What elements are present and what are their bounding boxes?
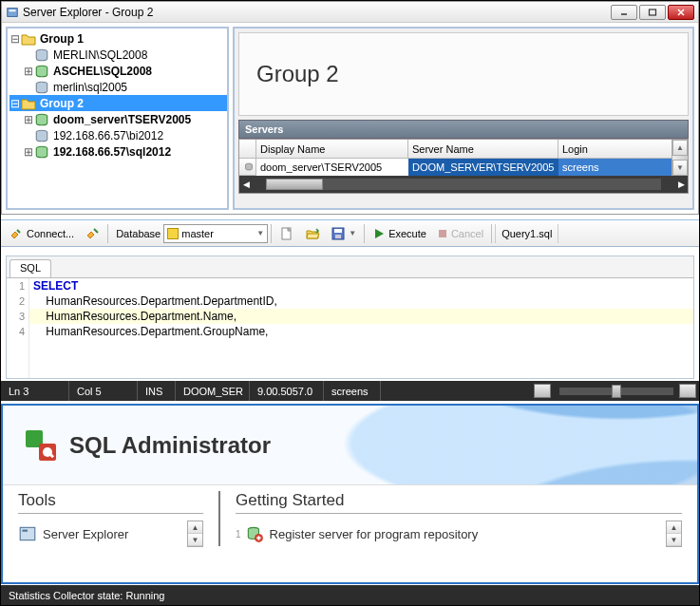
status-version: 9.00.5057.0 xyxy=(250,381,324,401)
register-server-icon xyxy=(245,524,264,543)
stop-icon xyxy=(437,228,448,239)
zoom-out-button[interactable] xyxy=(534,384,551,398)
editor-statusbar: Ln 3 Col 5 INS DOOM_SER 9.00.5057.0 scre… xyxy=(1,381,699,401)
app-icon xyxy=(6,6,19,19)
step-number: 1 xyxy=(236,529,241,540)
sql-tab[interactable]: SQL xyxy=(9,259,51,277)
cell-login: screens xyxy=(558,159,688,176)
spin-down-icon[interactable]: ▼ xyxy=(667,534,681,546)
group-heading: Group 2 xyxy=(256,61,339,87)
collapse-icon[interactable]: ⊟ xyxy=(9,97,21,110)
cancel-button[interactable]: Cancel xyxy=(432,223,488,244)
servers-section-header[interactable]: Servers xyxy=(238,120,689,139)
slider-thumb[interactable] xyxy=(612,385,621,398)
tree-node-merlin-2008[interactable]: MERLIN\SQL2008 xyxy=(9,47,227,63)
welcome-banner: SQL Administrator xyxy=(3,406,697,485)
svg-rect-17 xyxy=(335,235,341,238)
folder-icon xyxy=(21,32,36,46)
expand-icon[interactable]: ⊞ xyxy=(23,65,34,78)
column-server-name[interactable]: Server Name xyxy=(408,140,558,159)
horizontal-scrollbar[interactable]: ◀ ▶ xyxy=(239,176,688,193)
status-line: Ln 3 xyxy=(1,381,69,401)
cell-display-name: doom_server\TSERV2005 xyxy=(256,159,408,176)
close-button[interactable] xyxy=(668,5,694,20)
server-explorer-window: Server Explorer - Group 2 ⊟ Group 1 MERL… xyxy=(1,1,699,215)
new-button[interactable] xyxy=(274,223,299,244)
server-icon xyxy=(34,129,49,142)
tree-group-2[interactable]: ⊟ Group 2 xyxy=(9,95,227,111)
spin-up-icon[interactable]: ▲ xyxy=(667,521,681,534)
spin-up-icon[interactable]: ▲ xyxy=(188,521,202,534)
server-icon xyxy=(34,65,49,78)
row-header-column xyxy=(239,140,256,159)
window-titlebar[interactable]: Server Explorer - Group 2 xyxy=(2,2,698,23)
maximize-button[interactable] xyxy=(639,5,666,20)
tree-group-1[interactable]: ⊟ Group 1 xyxy=(9,30,227,47)
server-explorer-icon xyxy=(18,524,37,543)
zoom-in-button[interactable] xyxy=(679,384,696,398)
tools-heading: Tools xyxy=(18,491,203,514)
tree-node-doom-server[interactable]: ⊞ doom_server\TSERV2005 xyxy=(9,111,227,127)
tree-node-bi2012[interactable]: 192.168.66.57\bi2012 xyxy=(9,127,227,143)
svg-rect-1 xyxy=(9,9,16,11)
column-display-name[interactable]: Display Name xyxy=(256,140,408,159)
scroll-thumb[interactable] xyxy=(266,179,323,190)
spin-down-icon[interactable]: ▼ xyxy=(188,534,202,546)
gs-spinner[interactable]: ▲▼ xyxy=(666,521,682,547)
status-insert-mode: INS xyxy=(138,381,176,401)
svg-line-13 xyxy=(94,229,98,233)
tree-node-merlin-2005[interactable]: merlin\sql2005 xyxy=(9,79,227,95)
save-button[interactable]: ▼ xyxy=(326,223,361,244)
tools-spinner[interactable]: ▲▼ xyxy=(187,521,203,547)
svg-rect-18 xyxy=(439,230,446,237)
status-user: screens xyxy=(324,381,381,401)
status-server: DOOM_SER xyxy=(176,381,250,401)
minimize-button[interactable] xyxy=(611,5,637,20)
plug-icon xyxy=(9,226,24,241)
column-login[interactable]: Login xyxy=(558,140,688,159)
server-icon xyxy=(34,81,49,94)
tree-node-aschel-2008[interactable]: ⊞ ASCHEL\SQL2008 xyxy=(9,63,227,79)
getting-started-item-register[interactable]: 1 Register server for program repository… xyxy=(236,521,682,546)
collapse-icon[interactable]: ⊟ xyxy=(9,32,21,46)
cell-server-name: DOOM_SERVER\TSERV2005 xyxy=(408,159,558,176)
scroll-down-icon[interactable]: ▼ xyxy=(672,160,688,176)
save-icon xyxy=(331,226,346,241)
scroll-right-icon[interactable]: ▶ xyxy=(674,178,688,191)
execute-button[interactable]: Execute xyxy=(368,223,431,244)
code-area[interactable]: SELECT HumanResources.Department.Departm… xyxy=(29,278,693,378)
tree-pane[interactable]: ⊟ Group 1 MERLIN\SQL2008 ⊞ ASCHEL\SQL200… xyxy=(6,27,229,210)
main-toolbar: Connect... Database master ▼ ▼ Execute C… xyxy=(1,219,699,247)
zoom-slider[interactable] xyxy=(559,388,673,395)
row-indicator xyxy=(239,159,256,176)
chevron-down-icon: ▼ xyxy=(349,229,356,237)
tools-section: Tools Server Explorer ▲▼ xyxy=(18,491,203,546)
folder-icon xyxy=(21,97,36,110)
status-text: Statistics Collector state: Running xyxy=(9,590,164,601)
server-icon xyxy=(34,113,49,126)
expand-icon[interactable]: ⊞ xyxy=(23,145,34,159)
scroll-up-icon[interactable]: ▲ xyxy=(672,140,688,156)
connect-button[interactable]: Connect... xyxy=(4,223,79,244)
disconnect-button[interactable] xyxy=(80,223,104,244)
line-gutter: 1 2 3 4 xyxy=(7,278,29,378)
getting-started-heading: Getting Started xyxy=(236,491,682,514)
scroll-left-icon[interactable]: ◀ xyxy=(239,178,253,191)
query-tab[interactable]: Query1.sql xyxy=(495,224,558,243)
product-logo-icon xyxy=(22,426,60,464)
vertical-scrollbar[interactable]: ▲ ▼ xyxy=(672,140,688,176)
table-row[interactable]: doom_server\TSERV2005 DOOM_SERVER\TSERV2… xyxy=(239,159,688,176)
detail-pane: Group 2 Servers Display Name Server Name… xyxy=(233,27,694,210)
server-icon xyxy=(34,48,49,62)
expand-icon[interactable]: ⊞ xyxy=(23,113,34,126)
window-title: Server Explorer - Group 2 xyxy=(23,6,611,19)
tree-node-sql2012[interactable]: ⊞ 192.168.66.57\sql2012 xyxy=(9,143,227,160)
unplug-icon xyxy=(85,226,100,241)
svg-rect-16 xyxy=(334,229,342,233)
tools-item-server-explorer[interactable]: Server Explorer ▲▼ xyxy=(18,521,203,546)
open-folder-icon xyxy=(305,226,320,241)
database-dropdown[interactable]: master ▼ xyxy=(163,224,268,243)
open-button[interactable] xyxy=(300,223,325,244)
app-statusbar: Statistics Collector state: Running xyxy=(1,585,699,605)
servers-grid[interactable]: Display Name Server Name Login doom_serv… xyxy=(238,139,689,194)
